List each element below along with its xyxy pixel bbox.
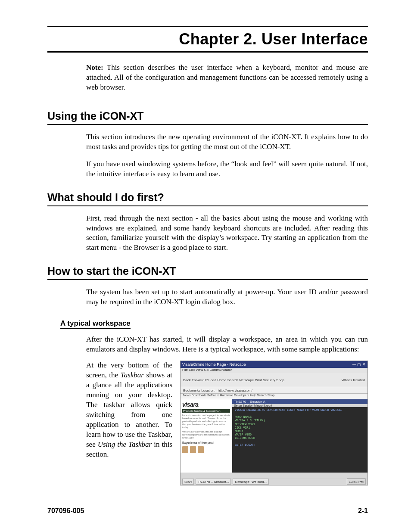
italic-term: Taskbar: [121, 371, 144, 379]
top-rule: [47, 26, 368, 27]
note-text: This section describes the user interfac…: [86, 63, 368, 91]
terminal-left-col: PROD NAMES VM/ESA 2.3 (RALVM) NETVIEW V3…: [235, 416, 265, 440]
italic-term: Using the Taskbar: [98, 440, 152, 448]
browser-location-bar: Bookmarks Location: http://www.visara.co…: [181, 387, 367, 394]
subsection-heading-typical: A typical workspace: [60, 319, 131, 329]
browser-menubar: File Edit View Go Communicator: [181, 368, 367, 373]
text-fragment: shows at a glance all the applications r…: [86, 371, 172, 448]
terminal-body: VISARA ENGINEERING DEVELOPMENT LOGON MEN…: [232, 407, 367, 449]
subsection-wrap: A typical workspace: [60, 316, 368, 330]
workspace-screenshot: VisaraOnline Home Page - Netscape — ▢ ✕ …: [180, 361, 368, 485]
taskbar-item[interactable]: Netscape: Welcom...: [233, 479, 269, 485]
terminal-prompt: ENTER LOGON:: [235, 444, 255, 447]
note-label: Note:: [86, 63, 103, 72]
location-label: Bookmarks Location:: [183, 389, 215, 392]
terminal-header-line: VISARA ENGINEERING DEVELOPMENT LOGON MEN…: [235, 409, 342, 412]
body-text: After the iCON-XT has started, it will d…: [86, 335, 368, 355]
taskbar-clock: 13:53 PM: [347, 479, 366, 485]
placeholder-text: We are a proud manufacturer displays cur…: [182, 430, 230, 439]
taskbar: Start TN3270 – Session... Netscape: Welc…: [181, 478, 367, 485]
note-block: Note: This section describes the user in…: [86, 63, 368, 93]
section-rule: [47, 279, 368, 280]
body-text: This section introduces the new operatin…: [86, 132, 368, 152]
figure-row: [182, 446, 230, 453]
section-heading-whatfirst: What should I do first?: [47, 191, 368, 204]
footer-right: 2-1: [358, 507, 368, 515]
body-text: At the very bottom of the screen, the Ta…: [86, 361, 172, 459]
browser-toolbar: Back Forward Reload Home Search Netscape…: [181, 373, 367, 387]
browser-content-left: visara Products Service & Support Part L…: [181, 399, 232, 473]
location-value: http://www.visara.com/: [218, 389, 252, 392]
page-footer: 707096-005 2-1: [47, 507, 368, 515]
start-button[interactable]: Start: [182, 479, 194, 485]
site-navbar: Products Service & Support Part: [182, 409, 230, 413]
terminal-titlebar: TN3270 – Session A: [232, 399, 367, 404]
thick-rule: [47, 51, 368, 53]
person-icon: [190, 446, 196, 453]
window-controls-icon: — ▢ ✕: [352, 362, 366, 367]
toolbar-right: What's Related: [342, 378, 365, 382]
person-icon: [182, 446, 188, 453]
visara-logo: visara: [182, 401, 230, 408]
browser-titlebar: VisaraOnline Home Page - Netscape — ▢ ✕: [181, 361, 367, 368]
person-icon: [198, 446, 204, 453]
footer-left: 707096-005: [47, 507, 84, 515]
browser-body: visara Products Service & Support Part L…: [181, 399, 367, 473]
browser-title: VisaraOnline Home Page - Netscape: [182, 362, 246, 367]
browser-linkbar: News Downloads Software Hardware Develop…: [181, 394, 367, 399]
section-heading-using: Using the iCON-XT: [47, 110, 368, 122]
taskbar-item[interactable]: TN3270 – Session...: [196, 479, 231, 485]
section-rule: [47, 205, 368, 206]
page: Chapter 2. User Interface Note: This sec…: [0, 0, 411, 532]
chapter-title: Chapter 2. User Interface: [47, 30, 368, 48]
toolbar-items: Back Forward Reload Home Search Netscape…: [183, 378, 284, 382]
terminal-menubar: Setup Session Macro Export: [232, 404, 367, 407]
two-column-layout: At the very bottom of the screen, the Ta…: [86, 361, 368, 485]
body-text: First, read through the next section - a…: [86, 214, 368, 253]
body-text: If you have used windowing systems befor…: [86, 159, 368, 179]
terminal-window: TN3270 – Session A Setup Session Macro E…: [232, 399, 367, 473]
body-text: The system has been set up to start auto…: [86, 287, 368, 307]
placeholder-text: Lorem information on the page into websi…: [182, 414, 230, 429]
section-heading-howstart: How to start the iCON-XT: [47, 265, 368, 277]
experience-line: Experience of free prod: [182, 441, 230, 444]
section-rule: [47, 124, 368, 125]
